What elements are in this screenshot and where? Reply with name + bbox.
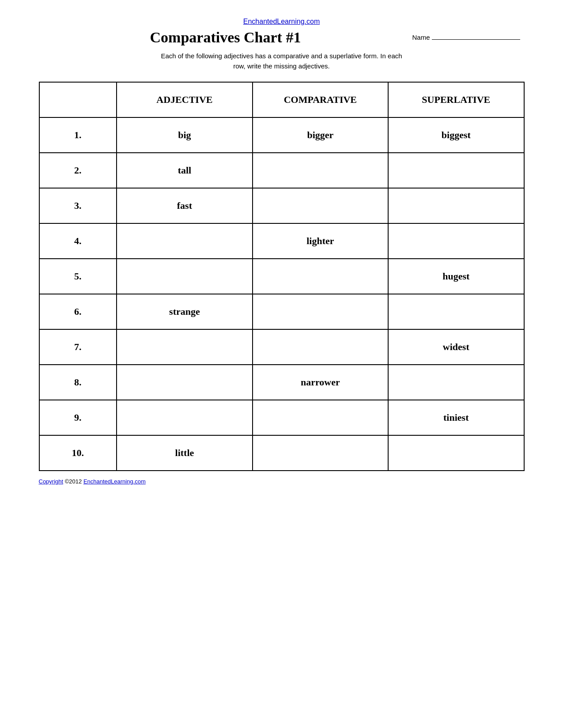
header-area: Comparatives Chart #1 Name: [39, 29, 525, 49]
subtitle-line1: Each of the following adjectives has a c…: [161, 52, 402, 60]
cell-comparative: [253, 153, 388, 188]
cell-comparative: lighter: [253, 223, 388, 259]
cell-comparative: [253, 259, 388, 294]
cell-adjective: little: [117, 435, 252, 471]
name-block: Name: [412, 34, 520, 41]
cell-num: 9.: [39, 400, 117, 435]
cell-num: 4.: [39, 223, 117, 259]
cell-comparative: bigger: [253, 117, 388, 153]
cell-superlative: hugest: [388, 259, 524, 294]
table-row: 9.tiniest: [39, 400, 524, 435]
cell-superlative: tiniest: [388, 400, 524, 435]
cell-comparative: [253, 294, 388, 329]
copyright-year: ©2012: [65, 478, 83, 485]
cell-comparative: [253, 400, 388, 435]
chart-table: ADJECTIVE COMPARATIVE SUPERLATIVE 1.bigb…: [39, 82, 525, 471]
footer-site-link[interactable]: EnchantedLearning.com: [83, 478, 146, 485]
table-header-row: ADJECTIVE COMPARATIVE SUPERLATIVE: [39, 82, 524, 117]
title-block: Comparatives Chart #1: [39, 29, 412, 49]
copyright-link[interactable]: Copyright: [39, 478, 64, 485]
col-header-num: [39, 82, 117, 117]
table-row: 4.lighter: [39, 223, 524, 259]
cell-superlative: [388, 153, 524, 188]
cell-adjective: strange: [117, 294, 252, 329]
cell-superlative: [388, 435, 524, 471]
cell-num: 7.: [39, 329, 117, 365]
col-header-comparative: COMPARATIVE: [253, 82, 388, 117]
name-label: Name: [412, 34, 430, 41]
name-underline[interactable]: [432, 39, 520, 40]
site-link-header[interactable]: EnchantedLearning.com: [39, 18, 525, 26]
cell-adjective: [117, 329, 252, 365]
cell-num: 2.: [39, 153, 117, 188]
cell-superlative: [388, 294, 524, 329]
cell-num: 8.: [39, 365, 117, 400]
cell-num: 3.: [39, 188, 117, 223]
cell-superlative: [388, 188, 524, 223]
cell-num: 6.: [39, 294, 117, 329]
page-container: EnchantedLearning.com Comparatives Chart…: [39, 18, 525, 485]
table-row: 3.fast: [39, 188, 524, 223]
table-row: 1.bigbiggerbiggest: [39, 117, 524, 153]
table-row: 2.tall: [39, 153, 524, 188]
page-title: Comparatives Chart #1: [39, 29, 412, 46]
table-row: 5.hugest: [39, 259, 524, 294]
cell-superlative: [388, 223, 524, 259]
cell-comparative: [253, 435, 388, 471]
cell-adjective: [117, 259, 252, 294]
footer: Copyright ©2012 EnchantedLearning.com: [39, 478, 525, 485]
table-row: 10.little: [39, 435, 524, 471]
cell-num: 1.: [39, 117, 117, 153]
cell-adjective: tall: [117, 153, 252, 188]
cell-superlative: biggest: [388, 117, 524, 153]
table-row: 7.widest: [39, 329, 524, 365]
cell-comparative: [253, 329, 388, 365]
cell-num: 5.: [39, 259, 117, 294]
cell-comparative: [253, 188, 388, 223]
cell-adjective: [117, 365, 252, 400]
subtitle: Each of the following adjectives has a c…: [39, 51, 525, 71]
cell-adjective: [117, 223, 252, 259]
col-header-adjective: ADJECTIVE: [117, 82, 252, 117]
col-header-superlative: SUPERLATIVE: [388, 82, 524, 117]
table-row: 8.narrower: [39, 365, 524, 400]
cell-adjective: [117, 400, 252, 435]
cell-superlative: widest: [388, 329, 524, 365]
subtitle-line2: row, write the missing adjectives.: [233, 62, 329, 70]
cell-comparative: narrower: [253, 365, 388, 400]
cell-superlative: [388, 365, 524, 400]
cell-num: 10.: [39, 435, 117, 471]
site-link-anchor[interactable]: EnchantedLearning.com: [243, 18, 320, 25]
table-row: 6.strange: [39, 294, 524, 329]
cell-adjective: fast: [117, 188, 252, 223]
cell-adjective: big: [117, 117, 252, 153]
